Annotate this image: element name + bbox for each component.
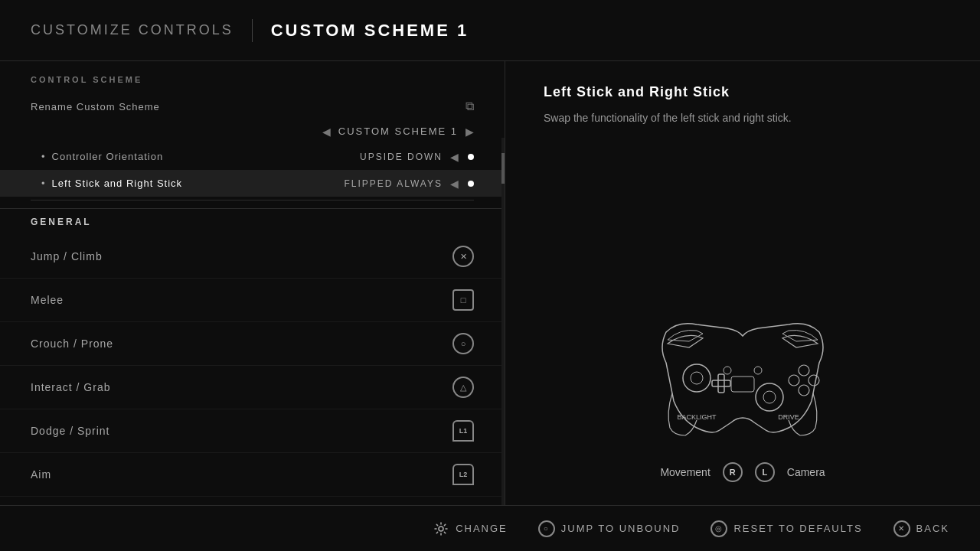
svg-rect-10 — [731, 377, 754, 392]
header: CUSTOMIZE CONTROLS CUSTOM SCHEME 1 — [0, 0, 980, 61]
binding-melee-icon: □ — [452, 289, 474, 311]
upside-down-prev[interactable]: ◀ — [450, 152, 460, 162]
binding-jump-climb-label: Jump / Climb — [31, 250, 103, 262]
controller-labels: Movement R L Camera — [660, 462, 825, 482]
binding-interact-icon: △ — [452, 377, 474, 398]
svg-point-9 — [799, 385, 809, 396]
flipped-value: FLIPPED ALWAYS ◀ — [345, 178, 474, 189]
main-layout: CONTROL SCHEME Rename Custom Scheme ⧉ ◀ … — [0, 61, 980, 505]
reset-defaults-action[interactable]: ◎ RESET TO DEFAULTS — [710, 520, 862, 537]
svg-point-3 — [763, 391, 776, 403]
svg-point-2 — [756, 383, 783, 411]
back-icon: ✕ — [893, 520, 910, 537]
svg-point-7 — [808, 375, 819, 386]
scroll-track[interactable] — [501, 138, 505, 505]
detail-title: Left Stick and Right Stick — [544, 84, 942, 100]
binding-dodge-icon: L1 — [452, 420, 474, 442]
flipped-prev[interactable]: ◀ — [450, 178, 460, 189]
svg-point-1 — [691, 372, 703, 384]
svg-point-8 — [789, 375, 799, 386]
controller-orientation-label: • Controller Orientation — [41, 151, 163, 162]
movement-label: Movement — [660, 466, 710, 478]
binding-crouch-label: Crouch / Prone — [31, 337, 113, 350]
svg-rect-4 — [718, 374, 724, 393]
svg-point-11 — [754, 367, 762, 374]
binding-interact-grab[interactable]: Interact / Grab △ — [0, 366, 505, 409]
upside-down-value: UPSIDE DOWN ◀ — [360, 152, 474, 162]
controller-svg: BACKLIGHT DRIVE — [620, 302, 865, 455]
binding-interact-label: Interact / Grab — [31, 381, 110, 393]
scheme-control: ◀ CUSTOM SCHEME 1 ▶ — [322, 126, 474, 137]
binding-melee-label: Melee — [31, 294, 64, 306]
binding-melee[interactable]: Melee □ — [0, 279, 505, 322]
detail-desc: Swap the functionality of the left stick… — [544, 109, 865, 126]
left-right-stick-row[interactable]: • Left Stick and Right Stick FLIPPED ALW… — [0, 170, 505, 197]
binding-jump-icon: ✕ — [452, 246, 474, 267]
l-badge: L — [755, 462, 775, 482]
rename-row[interactable]: Rename Custom Scheme ⧉ — [0, 93, 505, 119]
rename-label: Rename Custom Scheme — [31, 101, 160, 112]
flipped-dot — [468, 181, 474, 187]
binding-dodge-sprint[interactable]: Dodge / Sprint L1 — [0, 409, 505, 453]
main-title: CUSTOMIZE CONTROLS — [31, 22, 234, 38]
scheme-name-value: CUSTOM SCHEME 1 — [338, 126, 458, 137]
left-panel: CONTROL SCHEME Rename Custom Scheme ⧉ ◀ … — [0, 61, 505, 505]
svg-point-0 — [683, 364, 710, 392]
binding-aim-label: Aim — [31, 468, 51, 481]
r-badge: R — [723, 462, 743, 482]
camera-label: Camera — [787, 466, 825, 478]
header-divider — [252, 19, 253, 42]
svg-point-15 — [439, 527, 443, 531]
svg-point-12 — [724, 367, 731, 374]
change-icon — [433, 520, 449, 537]
general-section: GENERAL Jump / Climb ✕ Melee □ Crouch / … — [0, 208, 505, 497]
svg-text:BACKLIGHT: BACKLIGHT — [677, 413, 717, 421]
bottom-bar: CHANGE ○ JUMP TO UNBOUND ◎ RESET TO DEFA… — [0, 505, 980, 551]
copy-icon[interactable]: ⧉ — [466, 99, 474, 113]
binding-crouch-icon: ○ — [452, 333, 474, 354]
reset-icon: ◎ — [710, 520, 727, 537]
control-scheme-section-header: CONTROL SCHEME — [0, 61, 505, 93]
jump-icon: ○ — [538, 520, 555, 537]
scheme-selector-row: ◀ CUSTOM SCHEME 1 ▶ — [0, 119, 505, 143]
jump-to-unbound-action[interactable]: ○ JUMP TO UNBOUND — [538, 520, 681, 537]
controller-area: BACKLIGHT DRIVE Movement R L Camera — [544, 302, 942, 482]
controller-orientation-row[interactable]: • Controller Orientation UPSIDE DOWN ◀ — [0, 143, 505, 170]
panel-separator — [31, 200, 474, 201]
change-label: CHANGE — [456, 523, 508, 534]
change-action[interactable]: CHANGE — [433, 520, 508, 537]
binding-jump-climb[interactable]: Jump / Climb ✕ — [0, 235, 505, 279]
upside-down-dot — [468, 154, 474, 160]
reset-label: RESET TO DEFAULTS — [733, 523, 862, 534]
scroll-thumb[interactable] — [501, 153, 505, 184]
bullet-stick: • — [41, 178, 46, 189]
scheme-title: CUSTOM SCHEME 1 — [271, 21, 469, 41]
svg-point-6 — [799, 365, 809, 376]
jump-to-unbound-label: JUMP TO UNBOUND — [561, 523, 681, 534]
binding-aim[interactable]: Aim L2 — [0, 453, 505, 497]
scheme-prev-arrow[interactable]: ◀ — [322, 126, 331, 137]
svg-text:DRIVE: DRIVE — [778, 413, 799, 421]
scheme-next-arrow[interactable]: ▶ — [466, 126, 474, 137]
binding-aim-icon: L2 — [452, 464, 474, 485]
general-header: GENERAL — [0, 208, 505, 235]
svg-rect-5 — [712, 380, 730, 386]
binding-dodge-label: Dodge / Sprint — [31, 425, 110, 437]
back-action[interactable]: ✕ BACK — [893, 520, 949, 537]
back-label: BACK — [916, 523, 949, 534]
binding-crouch-prone[interactable]: Crouch / Prone ○ — [0, 322, 505, 366]
bullet-orientation: • — [41, 151, 46, 162]
right-panel: Left Stick and Right Stick Swap the func… — [505, 61, 980, 505]
left-right-stick-label: • Left Stick and Right Stick — [41, 178, 182, 189]
